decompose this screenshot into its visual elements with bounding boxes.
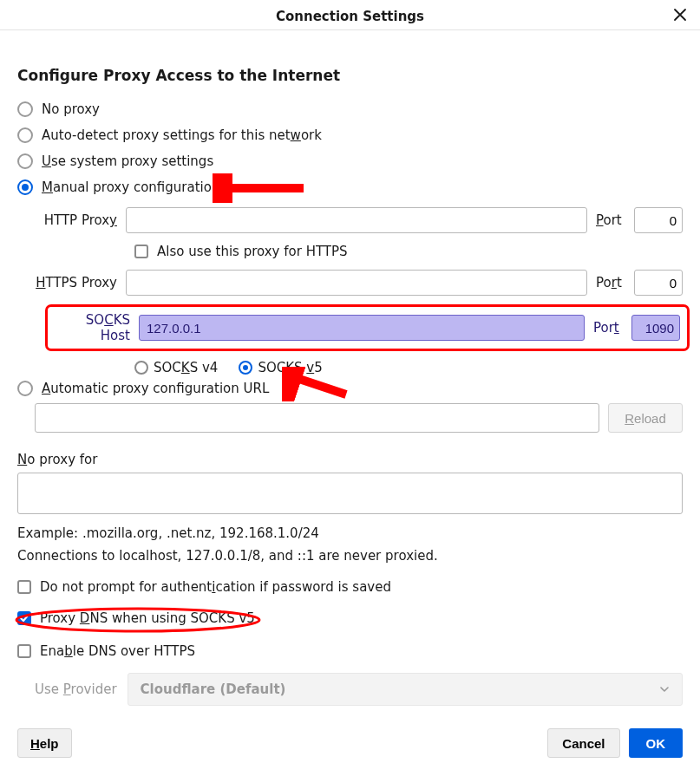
https-proxy-input[interactable] [126,270,587,296]
radio-system-proxy[interactable]: Use system proxy settings [17,148,683,174]
checkbox-label: Enable DNS over HTTPS [40,643,195,659]
http-port-label: Port [596,212,625,228]
socks-host-input[interactable] [139,315,585,341]
radio-auto-config[interactable]: Automatic proxy configuration URL [17,375,683,401]
https-port-label: Port [596,275,625,290]
radio-auto-detect[interactable]: Auto-detect proxy settings for this netw… [17,122,683,148]
radio-label: SOCKS v4 [154,360,218,375]
dialog-footer: Help Cancel OK [17,728,683,758]
radio-icon [134,361,148,375]
provider-label: Use Provider [35,681,117,697]
no-proxy-textarea[interactable] [17,473,683,514]
https-port-input[interactable] [634,270,683,296]
provider-row: Use Provider Cloudflare (Default) [17,673,683,706]
checkbox-label: Do not prompt for authentication if pass… [40,579,391,595]
provider-value: Cloudflare (Default) [141,681,286,697]
no-proxy-note: Connections to localhost, 127.0.0.1/8, a… [17,548,683,564]
check-no-prompt[interactable]: Do not prompt for authentication if pass… [17,579,683,595]
socks-host-row: SOCKS Host Port [55,312,680,343]
https-proxy-label: HTTPS Proxy [35,275,117,290]
socks-highlight-box: SOCKS Host Port [45,304,690,351]
check-enable-doh[interactable]: Enable DNS over HTTPS [17,643,683,659]
dns-highlight-ellipse: Proxy DNS when using SOCKS v5 [17,610,255,626]
socks-host-label: SOCKS Host [55,312,130,343]
checkmark-icon [19,613,29,623]
socks-version-row: SOCKS v4 SOCKS v5 [35,360,683,375]
radio-icon [239,361,252,375]
http-proxy-input[interactable] [126,207,587,233]
radio-socks-v5[interactable]: SOCKS v5 [239,360,322,375]
http-proxy-label: HTTP Proxy [35,212,117,228]
also-https-label: Also use this proxy for HTTPS [157,244,348,259]
no-proxy-example: Example: .mozilla.org, .net.nz, 192.168.… [17,525,683,541]
radio-icon [17,381,33,396]
window-title: Connection Settings [276,9,424,24]
titlebar: Connection Settings [0,0,700,30]
also-https-row[interactable]: Also use this proxy for HTTPS [35,240,683,263]
radio-socks-v4[interactable]: SOCKS v4 [134,360,218,375]
checkbox-icon [17,644,31,658]
ok-button[interactable]: OK [629,728,684,758]
checkbox-icon [17,580,31,594]
help-button[interactable]: Help [17,728,72,758]
radio-icon [17,153,33,169]
checkbox-label: Proxy DNS when using SOCKS v5 [40,610,255,626]
chevron-down-icon [659,684,670,695]
check-proxy-dns[interactable]: Proxy DNS when using SOCKS v5 [17,610,255,626]
radio-label: Auto-detect proxy settings for this netw… [42,127,322,143]
radio-label: Use system proxy settings [42,153,213,169]
checkbox-icon [134,245,148,258]
checkbox-icon [17,611,31,625]
socks-port-label: Port [593,320,623,336]
https-proxy-row: HTTPS Proxy Port [35,270,683,296]
proxy-form: HTTP Proxy Port Also use this proxy for … [35,207,683,375]
radio-icon [17,179,33,195]
provider-select[interactable]: Cloudflare (Default) [128,673,683,706]
reload-button[interactable]: Reload [608,403,683,433]
radio-icon [17,127,33,143]
close-icon [672,7,688,23]
auto-config-url-row: Reload [35,403,683,433]
radio-icon [17,101,33,117]
radio-label: Automatic proxy configuration URL [42,381,269,396]
http-proxy-row: HTTP Proxy Port [35,207,683,233]
radio-label: SOCKS v5 [258,360,322,375]
no-proxy-label: No proxy for [17,452,683,467]
socks-port-input[interactable] [631,315,680,341]
cancel-button[interactable]: Cancel [547,728,619,758]
radio-manual-proxy[interactable]: Manual proxy configuration [17,174,683,200]
radio-label: No proxy [42,101,100,117]
auto-config-url-input[interactable] [35,403,599,433]
dialog-body: Configure Proxy Access to the Internet N… [0,30,700,763]
http-port-input[interactable] [634,207,683,233]
section-heading: Configure Proxy Access to the Internet [17,67,683,84]
radio-label: Manual proxy configuration [42,179,219,195]
close-button[interactable] [672,7,688,23]
radio-no-proxy[interactable]: No proxy [17,96,683,122]
